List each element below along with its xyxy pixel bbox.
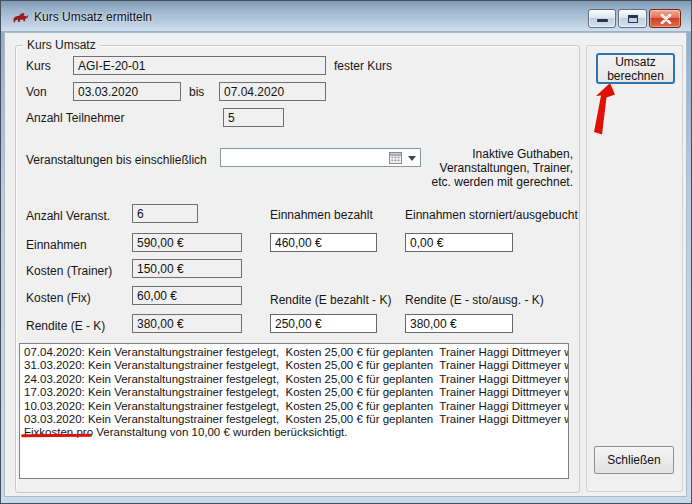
von-date-field[interactable]: 03.03.2020	[73, 82, 181, 101]
anzahl-teilnehmer-label: Anzahl Teilnehmer	[26, 111, 125, 125]
kosten-fix-field: 60,00 €	[132, 286, 242, 305]
anzahl-veranst-field: 6	[132, 204, 198, 223]
einnahmen-storniert-field[interactable]: 0,00 €	[405, 233, 513, 252]
window-title: Kurs Umsatz ermitteln	[34, 10, 152, 24]
einnahmen-bezahlt-field[interactable]: 460,00 €	[270, 233, 377, 252]
log-line: 17.03.2020: Kein Veranstaltungstrainer f…	[24, 386, 568, 399]
kurs-field[interactable]: AGI-E-20-01	[73, 56, 326, 75]
log-line: 07.04.2020: Kein Veranstaltungstrainer f…	[24, 346, 568, 359]
einnahmen-label: Einnahmen	[26, 238, 87, 252]
minimize-button[interactable]	[588, 9, 616, 28]
log-line: 24.03.2020: Kein Veranstaltungstrainer f…	[24, 373, 568, 386]
veranstaltungen-bis-label: Veranstaltungen bis einschließlich	[26, 153, 207, 167]
log-line: Fixkosten pro Veranstaltung von 10,00 € …	[24, 426, 568, 439]
rendite-ek-label: Rendite (E - K)	[26, 319, 105, 333]
von-label: Von	[26, 85, 47, 99]
rendite-bezahlt-label: Rendite (E bezahlt - K)	[270, 293, 391, 307]
app-dog-icon	[12, 10, 29, 24]
log-line: 03.03.2020: Kein Veranstaltungstrainer f…	[24, 413, 568, 426]
kosten-trainer-field: 150,00 €	[132, 259, 242, 278]
rendite-sto-label: Rendite (E - sto/ausg. - K)	[405, 293, 544, 307]
einnahmen-bezahlt-label: Einnahmen bezahlt	[270, 208, 373, 222]
anzahl-veranst-label: Anzahl Veranst.	[26, 209, 110, 223]
rendite-ek-field: 380,00 €	[132, 314, 242, 333]
log-textarea[interactable]: 07.04.2020: Kein Veranstaltungstrainer f…	[19, 343, 569, 479]
kosten-fix-label: Kosten (Fix)	[26, 291, 91, 305]
log-line: 10.03.2020: Kein Veranstaltungstrainer f…	[24, 400, 568, 413]
kurs-label: Kurs	[26, 59, 51, 73]
groupbox-title: Kurs Umsatz	[23, 38, 100, 52]
anzahl-teilnehmer-field[interactable]: 5	[223, 108, 284, 127]
minimize-icon	[597, 19, 608, 22]
close-button[interactable]	[649, 9, 681, 28]
annotation-red-arrow	[590, 82, 620, 140]
veranstaltungen-bis-datepicker[interactable]	[220, 148, 421, 167]
maximize-button[interactable]	[618, 9, 647, 28]
fester-kurs-label: fester Kurs	[334, 59, 392, 73]
schliessen-button[interactable]: Schließen	[594, 446, 674, 474]
bis-date-field[interactable]: 07.04.2020	[219, 82, 326, 101]
einnahmen-storniert-label: Einnahmen storniert/ausgebucht	[405, 208, 578, 222]
close-icon	[660, 14, 672, 24]
maximize-icon	[628, 15, 638, 23]
rendite-bezahlt-field[interactable]: 250,00 €	[270, 314, 377, 333]
bis-label: bis	[189, 85, 204, 99]
dialog-kurs-umsatz: Kurs Umsatz ermitteln Kurs Umsatz Kurs A…	[0, 0, 692, 504]
einnahmen-field: 590,00 €	[132, 233, 242, 252]
umsatz-berechnen-button[interactable]: Umsatz berechnen	[596, 53, 675, 84]
inaktive-hint-text: Inaktive Guthaben, Veranstaltungen, Trai…	[399, 147, 573, 189]
kosten-trainer-label: Kosten (Trainer)	[26, 264, 112, 278]
log-line: 31.03.2020: Kein Veranstaltungstrainer f…	[24, 359, 568, 372]
rendite-sto-field[interactable]: 380,00 €	[405, 314, 513, 333]
